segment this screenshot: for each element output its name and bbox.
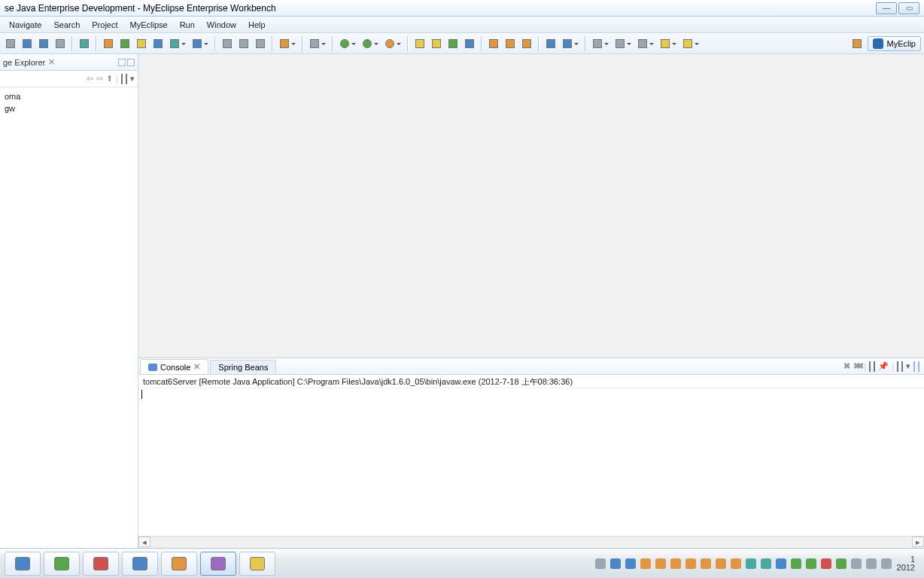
- runext-icon[interactable]: [382, 36, 397, 51]
- tree-item[interactable]: oma: [5, 90, 133, 102]
- deploy-icon[interactable]: [167, 36, 182, 51]
- scroll-right-icon[interactable]: ▸: [912, 537, 924, 547]
- tray-cloud-icon[interactable]: [745, 558, 757, 570]
- console-output[interactable]: [138, 388, 924, 536]
- forward-icon[interactable]: [96, 74, 103, 84]
- up-icon[interactable]: ⬆: [106, 74, 113, 84]
- tray-qq7-icon[interactable]: [715, 558, 727, 570]
- explorer-tree[interactable]: oma gw: [0, 87, 138, 548]
- taskbar-browser-icon[interactable]: [44, 552, 80, 576]
- align1-icon[interactable]: [543, 36, 558, 51]
- nav3-icon[interactable]: [635, 36, 650, 51]
- tray-keyboard-icon[interactable]: [594, 558, 606, 570]
- clear-icon[interactable]: [869, 362, 871, 371]
- tray-volume-icon[interactable]: [880, 558, 892, 570]
- menu-navigate[interactable]: Navigate: [3, 18, 47, 32]
- tool2-icon[interactable]: [236, 36, 251, 51]
- image-icon[interactable]: [277, 36, 292, 51]
- run-icon[interactable]: [360, 36, 375, 51]
- explorer-tab[interactable]: ge Explorer ✕: [0, 54, 138, 71]
- fwd-icon[interactable]: [680, 36, 695, 51]
- tray-qq2-icon[interactable]: [640, 558, 652, 570]
- tray-flag-icon[interactable]: [850, 558, 862, 570]
- tray-chat-icon[interactable]: [730, 558, 742, 570]
- dropdown-icon[interactable]: ▾: [906, 361, 910, 371]
- menu-myeclipse[interactable]: MyEclipse: [124, 18, 174, 32]
- minimize-view-icon[interactable]: [118, 59, 126, 66]
- clock[interactable]: 1 2012: [897, 555, 915, 572]
- tray-qq6-icon[interactable]: [700, 558, 712, 570]
- nav2-icon[interactable]: [612, 36, 628, 51]
- camera-icon[interactable]: [307, 36, 322, 51]
- maximize-button[interactable]: ▭: [898, 2, 919, 14]
- tray-av-icon[interactable]: [760, 558, 772, 570]
- tab-console[interactable]: Console ✕: [140, 359, 208, 374]
- max-view-icon[interactable]: [918, 362, 919, 371]
- print-icon[interactable]: [53, 36, 68, 51]
- menu-window[interactable]: Window: [201, 18, 242, 32]
- perspective-button[interactable]: MyEclip: [868, 36, 921, 51]
- tree-item[interactable]: gw: [5, 102, 133, 114]
- tray-kav-icon[interactable]: [805, 558, 817, 570]
- collapse-icon[interactable]: [121, 75, 123, 84]
- pin-icon[interactable]: 📌: [878, 361, 889, 371]
- nav1-icon[interactable]: [590, 36, 605, 51]
- link-editor-icon[interactable]: [126, 75, 127, 84]
- min-view-icon[interactable]: [913, 362, 915, 371]
- search2-icon[interactable]: [519, 36, 534, 51]
- hibernate-icon[interactable]: [134, 36, 149, 51]
- tool3-icon[interactable]: [253, 36, 268, 51]
- remove-all-icon[interactable]: ✖✖: [853, 361, 861, 371]
- tray-net-icon[interactable]: [820, 558, 832, 570]
- tray-qq4-icon[interactable]: [670, 558, 682, 570]
- tray-qq1-icon[interactable]: [625, 558, 637, 570]
- pkg4-icon[interactable]: [462, 36, 477, 51]
- tray-safe-icon[interactable]: [609, 558, 622, 570]
- pencil-icon[interactable]: [503, 36, 518, 51]
- maximize-view-icon[interactable]: [127, 59, 135, 66]
- minimize-button[interactable]: —: [876, 2, 897, 14]
- tray-battery-icon[interactable]: [865, 558, 877, 570]
- tool1-icon[interactable]: [220, 36, 235, 51]
- menu-run[interactable]: Run: [174, 18, 201, 32]
- build-icon[interactable]: [77, 36, 92, 51]
- back-icon[interactable]: [658, 36, 673, 51]
- taskbar-word-icon[interactable]: [122, 552, 158, 576]
- tray-usb-icon[interactable]: [835, 558, 847, 570]
- close-icon[interactable]: ✕: [48, 57, 55, 67]
- taskbar-ie-icon[interactable]: [5, 552, 41, 576]
- jsf-icon[interactable]: [150, 36, 166, 51]
- close-icon[interactable]: ✕: [193, 362, 200, 372]
- pkg2-icon[interactable]: [429, 36, 444, 51]
- display-selected-icon[interactable]: [897, 362, 898, 371]
- pkg3-icon[interactable]: [445, 36, 460, 51]
- menu-project[interactable]: Project: [86, 18, 123, 32]
- horizontal-scrollbar[interactable]: ◂ ▸: [138, 536, 924, 548]
- save-icon[interactable]: [20, 36, 35, 51]
- menu-help[interactable]: Help: [242, 18, 272, 32]
- tray-qq5-icon[interactable]: [685, 558, 697, 570]
- taskbar-toolbox-icon[interactable]: [83, 552, 119, 576]
- struts-icon[interactable]: [101, 36, 116, 51]
- open-perspective-icon[interactable]: [850, 36, 865, 51]
- taskbar-notepad-icon[interactable]: [161, 552, 197, 576]
- back-icon[interactable]: [87, 74, 93, 84]
- align2-icon[interactable]: [560, 36, 575, 51]
- tray-music-icon[interactable]: [790, 558, 802, 570]
- tab-spring-beans[interactable]: Spring Beans: [210, 360, 276, 374]
- debug-icon[interactable]: [337, 36, 352, 51]
- tray-qq3-icon[interactable]: [655, 558, 667, 570]
- browser-icon[interactable]: [190, 36, 205, 51]
- taskbar-eclipse-icon[interactable]: [200, 552, 236, 576]
- scroll-lock-icon[interactable]: [874, 362, 875, 371]
- open-console-icon[interactable]: [901, 362, 903, 371]
- menu-search[interactable]: Search: [47, 18, 86, 32]
- spring-icon[interactable]: [117, 36, 132, 51]
- scroll-left-icon[interactable]: ◂: [138, 537, 150, 547]
- tray-shield-icon[interactable]: [775, 558, 787, 570]
- view-menu-icon[interactable]: ▾: [130, 74, 135, 84]
- new-icon[interactable]: [3, 36, 18, 51]
- remove-icon[interactable]: ✖: [843, 361, 850, 371]
- folder1-icon[interactable]: [486, 36, 501, 51]
- pkg1-icon[interactable]: [412, 36, 427, 51]
